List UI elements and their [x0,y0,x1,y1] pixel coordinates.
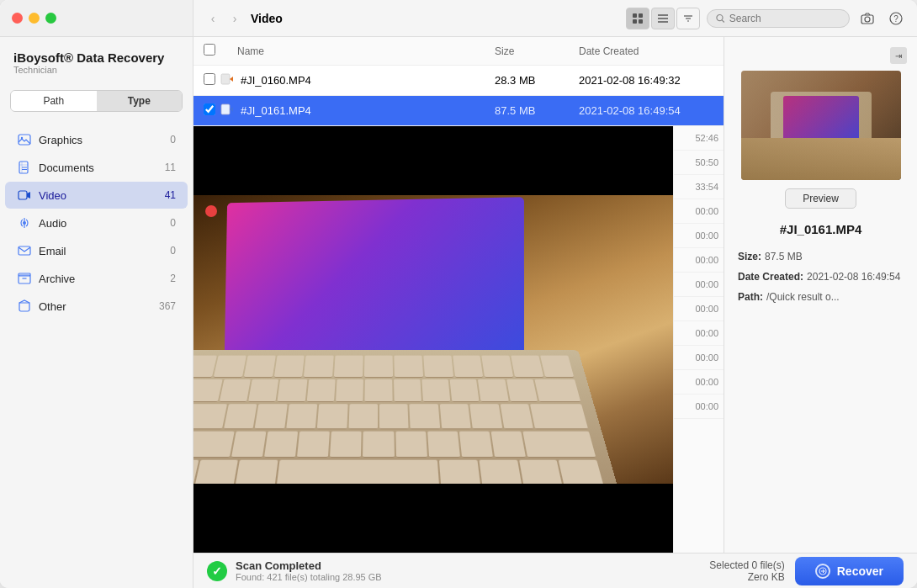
status-text-group: Scan Completed Found: 421 file(s) totali… [236,559,382,582]
column-header-name: Name [237,45,495,57]
column-header-size: Size [495,45,579,57]
svg-rect-0 [19,135,30,145]
select-all-checkbox[interactable] [204,44,215,56]
help-button[interactable]: ? [885,8,907,29]
scan-found-text: Found: 421 file(s) totaling 28.95 GB [236,572,382,582]
search-icon [716,13,725,24]
status-right: Selected 0 file(s) Zero KB Recover [709,557,904,585]
recover-button[interactable]: Recover [795,557,904,585]
file-icon-1 [220,72,237,88]
sidebar-nav: Graphics 0 Documents 11 Video 41 [0,122,193,588]
app-title: iBoysoft® Data Recovery [13,50,179,65]
svg-rect-8 [19,246,30,255]
svg-rect-28 [221,74,230,84]
sidebar-item-archive[interactable]: Archive 2 [5,265,188,292]
meta-date-row: Date Created: 2021-02-08 16:49:54 [738,267,904,287]
forward-button[interactable]: › [225,9,244,28]
sidebar-item-audio-label: Audio [39,217,170,230]
svg-point-22 [717,14,723,20]
scan-complete-icon: ✓ [207,561,227,581]
meta-size-row: Size: 87.5 MB [738,246,904,267]
other-icon [17,299,32,314]
sidebar-item-archive-count: 2 [170,273,176,284]
video-column [193,126,673,553]
main-area: ‹ › Video [193,0,917,588]
date-value: 2021-02-08 16:49:54 [807,267,900,287]
timestamp-4: 00:00 [674,199,724,224]
file-list: Name Size Date Created #JI_0160.MP4 28.3… [193,37,724,553]
recover-button-icon [815,564,830,579]
sidebar-tabs: Path Type [10,90,183,112]
row-checkbox-1[interactable] [204,73,220,87]
timestamps-panel: 52:46 50:50 33:54 00:00 00:00 00:00 00:0… [673,126,724,553]
svg-rect-15 [639,19,643,24]
recover-button-label: Recover [837,564,883,578]
path-label: Path: [738,287,763,307]
size-label: Size: [738,246,761,267]
svg-line-23 [722,19,724,22]
top-right-icons: ? [856,8,907,29]
svg-rect-12 [633,13,637,18]
minimize-button[interactable] [29,13,40,24]
app-subtitle: Technician [13,65,179,75]
search-input[interactable] [729,13,840,24]
sidebar-item-video[interactable]: Video 41 [5,182,188,209]
timestamp-8: 00:00 [674,297,724,321]
timestamp-3: 33:54 [674,175,724,199]
sidebar-item-video-label: Video [39,189,165,202]
row-checkbox-2[interactable] [204,103,220,118]
document-icon [17,160,32,175]
grid-view-button[interactable] [626,8,649,29]
close-button[interactable] [12,13,23,24]
timestamp-6: 00:00 [674,248,724,273]
list-view-button[interactable] [651,8,675,29]
timestamp-10: 00:00 [674,346,724,370]
sidebar-item-other[interactable]: Other 367 [5,293,188,320]
file-icon-2 [220,103,237,119]
filter-button[interactable] [676,8,700,29]
file-size-1: 28.3 MB [495,74,579,87]
tab-path[interactable]: Path [11,91,97,111]
image-icon [17,132,32,147]
select-all-check [204,44,220,58]
sidebar: iBoysoft® Data Recovery Technician Path … [0,0,193,588]
panel-expand-button[interactable]: ⇥ [890,47,907,64]
file-checkbox-1[interactable] [204,73,215,85]
sidebar-item-email-label: Email [39,245,170,257]
timestamp-1: 52:46 [674,126,724,151]
timestamp-11: 00:00 [674,370,724,395]
back-button[interactable]: ‹ [204,9,222,28]
file-list-header: Name Size Date Created [193,37,724,66]
preview-button[interactable]: Preview [785,188,856,209]
right-panel: ⇥ Preview #JI_0161.MP4 Size: 87.5 MB [724,37,917,553]
video-frame [193,126,673,553]
tab-type[interactable]: Type [97,91,183,111]
top-bar: ‹ › Video [193,0,917,37]
breadcrumb-title: Video [251,12,619,25]
search-bar [707,9,850,28]
sidebar-item-graphics[interactable]: Graphics 0 [5,126,188,153]
selected-size: Zero KB [709,571,784,583]
svg-rect-29 [221,104,230,114]
sidebar-item-audio[interactable]: Audio 0 [5,209,188,236]
video-preview-area: 52:46 50:50 33:54 00:00 00:00 00:00 00:0… [193,126,724,553]
maximize-button[interactable] [45,13,56,24]
table-row[interactable]: #JI_0161.MP4 87.5 MB 2021-02-08 16:49:54 [193,96,724,126]
table-row[interactable]: #JI_0160.MP4 28.3 MB 2021-02-08 16:49:32 [193,66,724,96]
file-size-2: 87.5 MB [495,104,579,117]
sidebar-item-email[interactable]: Email 0 [5,237,188,264]
sidebar-item-documents[interactable]: Documents 11 [5,154,188,181]
sidebar-item-audio-count: 0 [170,217,176,229]
nav-arrows: ‹ › [204,9,244,28]
camera-button[interactable] [856,8,878,29]
audio-icon [17,215,32,230]
date-label: Date Created: [738,267,803,287]
sidebar-item-video-count: 41 [165,189,176,201]
column-header-date: Date Created [579,45,713,57]
file-checkbox-2[interactable] [204,103,215,115]
svg-rect-5 [19,191,27,199]
video-middle [193,195,673,484]
content-area: Name Size Date Created #JI_0160.MP4 28.3… [193,37,917,553]
status-bar: ✓ Scan Completed Found: 421 file(s) tota… [193,553,917,588]
sidebar-item-documents-count: 11 [165,162,176,173]
